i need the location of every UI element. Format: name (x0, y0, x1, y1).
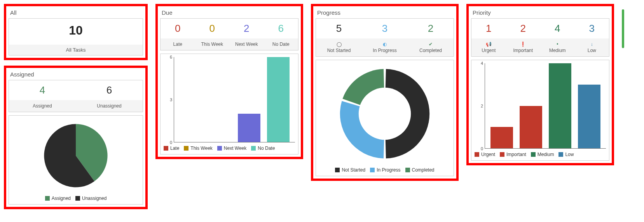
legend-label: Important (506, 152, 526, 157)
bar-plot (485, 63, 606, 149)
stat-label: Late (161, 38, 195, 50)
stat-value: 3 (589, 23, 595, 34)
stat-value: 2 (520, 23, 526, 34)
legend-label: Assigned (52, 196, 71, 201)
progress-donut-chart: Not Started In Progress Completed (316, 60, 454, 176)
priority-bar-chart: 024 Urgent Important Medium Low (471, 60, 609, 161)
stat-value: 6 (106, 84, 112, 96)
stat-value: 3 (382, 23, 387, 34)
megaphone-icon: 📢 (471, 42, 506, 47)
legend-label: Medium (538, 152, 554, 157)
down-icon: ↓ (575, 42, 609, 47)
stat-label: ✔Completed (408, 38, 454, 56)
legend-label: Late (170, 146, 179, 151)
bar[interactable] (267, 57, 290, 142)
stat-value: 4 (40, 84, 45, 96)
legend-label: Not Started (342, 167, 365, 173)
swatch-icon (475, 152, 479, 157)
swatch-icon (531, 152, 536, 157)
panel-progress: Progress 5 3 2 ◯Not Started ◐In Progress… (311, 4, 459, 181)
swatch-icon (500, 152, 504, 157)
stat-label: ◯Not Started (316, 38, 362, 56)
panel-title: Priority (471, 9, 609, 18)
stat-value: 1 (486, 23, 491, 34)
legend-item: Urgent (475, 152, 495, 157)
swatch-icon (75, 196, 80, 201)
legend-label: No Date (258, 146, 275, 151)
stat-completed[interactable]: 2 (408, 19, 454, 35)
stat-this-week[interactable]: 0 (195, 19, 230, 35)
swatch-icon (370, 168, 375, 172)
donut-chart-svg (338, 67, 431, 160)
stat-in-progress[interactable]: 3 (362, 19, 408, 35)
panel-priority: Priority 1 2 4 3 📢Urgent ❗Important •Med… (466, 4, 614, 165)
legend-item: Completed (405, 167, 435, 173)
bar[interactable] (490, 127, 513, 148)
bar[interactable] (520, 106, 542, 149)
legend-label: Unassigned (82, 196, 106, 201)
panel-title: Due (160, 9, 298, 18)
stat-label: This Week (195, 38, 230, 50)
stat-value: 6 (278, 23, 284, 34)
legend-label: Urgent (481, 152, 495, 157)
stat-label: ↓Low (575, 38, 609, 56)
y-axis: 024 (475, 63, 485, 149)
stat-not-started[interactable]: 5 (316, 19, 362, 35)
legend-item: Medium (531, 152, 554, 157)
panel-due: Due 0 0 2 6 Late This Week Next Week No … (155, 4, 303, 159)
legend-label: Low (565, 152, 574, 157)
panel-assigned: Assigned 4 6 Assigned Unassigned (4, 66, 148, 209)
bar[interactable] (578, 85, 600, 148)
legend-item: Important (500, 152, 526, 157)
legend-item: In Progress (370, 167, 400, 173)
stat-unassigned[interactable]: 6 (76, 80, 143, 96)
all-tasks-value: 10 (9, 23, 143, 38)
assigned-stats-box: 4 6 Assigned Unassigned (9, 80, 143, 112)
pie-chart-svg (43, 123, 109, 189)
stat-value: 0 (175, 23, 180, 34)
svg-point-0 (359, 88, 411, 140)
stat-label: Next Week (229, 38, 264, 50)
exclaim-icon: ❗ (506, 42, 541, 47)
all-tasks-label: All Tasks (9, 45, 143, 55)
circle-half-icon: ◐ (362, 42, 408, 47)
y-axis: 036 (164, 57, 174, 142)
legend-item: Assigned (45, 196, 71, 201)
stat-no-date[interactable]: 6 (264, 19, 298, 35)
stat-urgent[interactable]: 1 (471, 19, 506, 35)
stat-label: ◐In Progress (362, 38, 408, 56)
legend-item: This Week (184, 146, 212, 151)
legend-item: Low (558, 152, 574, 157)
stat-low[interactable]: 3 (575, 19, 609, 35)
stat-label: •Medium (540, 38, 575, 56)
scrollbar-indicator[interactable] (622, 9, 624, 48)
stat-late[interactable]: 0 (161, 19, 195, 35)
stat-value: 2 (428, 23, 433, 34)
bar[interactable] (238, 114, 260, 142)
panel-title: Assigned (9, 70, 143, 80)
legend-item: Unassigned (75, 196, 106, 201)
legend-item: Next Week (217, 146, 246, 151)
stat-label: Assigned (9, 100, 76, 112)
stat-value: 0 (209, 23, 215, 34)
stat-label: 📢Urgent (471, 38, 506, 56)
stat-important[interactable]: 2 (506, 19, 541, 35)
due-bar-chart: 036 Late This Week Next Week No Date (160, 54, 298, 154)
circle-check-icon: ✔ (408, 42, 454, 47)
stat-assigned[interactable]: 4 (9, 80, 76, 96)
legend-label: In Progress (377, 167, 400, 173)
bar[interactable] (549, 63, 571, 148)
panel-title: Progress (316, 9, 454, 18)
circle-empty-icon: ◯ (316, 42, 362, 47)
stat-label: No Date (264, 38, 298, 50)
stat-label: Unassigned (76, 100, 143, 112)
legend-label: This Week (190, 146, 212, 151)
stat-next-week[interactable]: 2 (229, 19, 264, 35)
swatch-icon (184, 146, 188, 151)
panel-title: All (9, 9, 143, 18)
legend-item: No Date (251, 146, 275, 151)
stat-medium[interactable]: 4 (540, 19, 575, 35)
all-tasks-box[interactable]: 10 All Tasks (9, 18, 143, 56)
stat-label: ❗Important (506, 38, 541, 56)
assigned-pie-chart: Assigned Unassigned (9, 115, 143, 205)
